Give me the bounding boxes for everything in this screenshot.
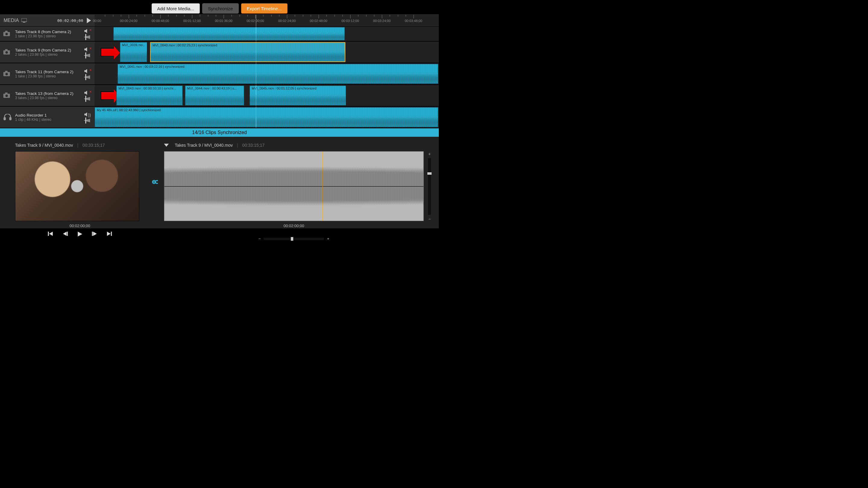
track-playhead[interactable] (256, 107, 256, 128)
track-title: Audio Recorder 1 (15, 113, 79, 118)
horizontal-zoom[interactable]: − + (164, 236, 424, 241)
video-preview[interactable] (15, 151, 139, 221)
waveform-detail[interactable]: + − (164, 151, 424, 221)
svg-marker-23 (63, 232, 67, 236)
step-fwd-button[interactable] (92, 231, 97, 238)
svg-rect-29 (111, 232, 112, 236)
detail-title: Takes Track 9 / MVI_0040.mov (175, 143, 233, 148)
transport-controls (15, 231, 145, 238)
hzoom-handle[interactable] (291, 237, 293, 241)
timeline-ruler[interactable]: 00;0000:00:24;0000:00:48;0000:01:12;0000… (95, 15, 439, 26)
svg-marker-13 (84, 69, 87, 73)
skip-fwd-button[interactable] (106, 231, 112, 238)
track-lane[interactable] (95, 27, 439, 41)
track-header[interactable]: Audio Recorder 11 clip | 48 KHz | stereo… (0, 107, 95, 128)
svg-marker-28 (107, 232, 111, 236)
media-panel-label: MEDIA (4, 18, 27, 23)
sync-status-bar: 14/16 Clips Synchronized (0, 128, 439, 137)
clip[interactable]: MVI_0045.mov | 00:01:12;05 | synchronize… (250, 86, 346, 105)
preview-playhead-tc: 00:02:00;00 (15, 224, 145, 228)
ruler-playhead[interactable] (256, 15, 256, 26)
clip[interactable]: My 45 48k.aif | 00:02:43.960 | synchroni… (95, 107, 438, 127)
track-subtitle: 2 takes | 23.98 fps | stereo (15, 53, 79, 57)
track-row: Takes Track 8 (from Camera 2)1 take | 23… (0, 27, 439, 41)
mute-icon[interactable]: ✕ (84, 47, 89, 53)
svg-rect-12 (5, 71, 7, 72)
svg-marker-27 (93, 232, 97, 236)
clip[interactable]: MVI_0044.mov | 00:00:43;19 | s... (185, 86, 244, 105)
current-timecode: 00:02:00;00 (57, 19, 83, 23)
skip-back-button[interactable] (48, 231, 53, 238)
speaker-icon[interactable]: )) (84, 112, 89, 118)
play-button[interactable] (77, 231, 83, 238)
track-row: Takes Track 11 (from Camera 2)1 take | 2… (0, 63, 439, 85)
svg-point-15 (5, 95, 8, 97)
volume-slider[interactable] (84, 75, 90, 79)
svg-point-11 (5, 73, 8, 75)
svg-point-3 (5, 33, 8, 35)
step-back-button[interactable] (62, 231, 68, 238)
clip[interactable]: MVI_0040.mov | 00:02:25;23 | synchronize… (150, 42, 345, 62)
track-subtitle: 1 clip | 48 KHz | stereo (15, 118, 79, 122)
track-title: Takes Track 9 (from Camera 2) (15, 48, 79, 53)
track-playhead[interactable] (256, 63, 256, 84)
zoom-in-v[interactable]: + (428, 152, 431, 156)
track-header[interactable]: Takes Track 9 (from Camera 2)2 takes | 2… (0, 41, 95, 63)
track-subtitle: 1 take | 23.98 fps | stereo (15, 74, 79, 78)
svg-rect-1 (23, 22, 25, 23)
track-lane[interactable]: My 45 48k.aif | 00:02:43.960 | synchroni… (95, 107, 439, 128)
track-header[interactable]: Takes Track 8 (from Camera 2)1 take | 23… (0, 27, 95, 41)
mute-icon[interactable]: ✕ (84, 69, 89, 74)
play-icon[interactable] (87, 18, 91, 23)
detail-playhead[interactable] (322, 152, 323, 221)
track-header[interactable]: Takes Track 11 (from Camera 2)1 take | 2… (0, 63, 95, 84)
lower-pane: Takes Track 9 / MVI_0040.mov | 00:33:15;… (0, 137, 439, 228)
svg-rect-24 (67, 232, 68, 236)
clip[interactable] (113, 27, 345, 40)
add-media-button[interactable]: Add More Media... (152, 3, 200, 13)
track-row: Takes Track 9 (from Camera 2)2 takes | 2… (0, 41, 439, 63)
track-title: Takes Track 13 (from Camera 2) (15, 91, 79, 96)
svg-rect-0 (22, 19, 27, 22)
export-timeline-button[interactable]: Export Timeline... (241, 3, 287, 13)
volume-slider[interactable] (84, 54, 90, 57)
zoom-out-v[interactable]: − (428, 217, 431, 221)
track-subtitle: 1 take | 23.98 fps | stereo (15, 34, 79, 38)
camera-icon (3, 48, 12, 56)
annotation-arrow-icon (101, 48, 115, 56)
svg-rect-16 (5, 93, 7, 94)
annotation-arrow-icon (101, 91, 115, 100)
zoom-out-h[interactable]: − (258, 236, 261, 241)
clip[interactable]: MVI_0043.mov | 00:00:50;10 | synchr... (116, 86, 183, 105)
mute-icon[interactable]: ✕ (84, 91, 89, 96)
track-lane[interactable]: MVI_0043.mov | 00:00:50;10 | synchr...MV… (95, 85, 439, 106)
svg-rect-18 (4, 118, 5, 120)
synchronize-button[interactable]: Synchronize (202, 3, 239, 13)
track-header[interactable]: Takes Track 13 (from Camera 2)3 takes | … (0, 85, 95, 106)
zoom-in-h[interactable]: + (327, 236, 330, 241)
media-header-bar: MEDIA 00:02:00;00 00;0000:00:24;0000:00:… (0, 14, 439, 27)
vzoom-handle[interactable] (427, 172, 432, 175)
clip[interactable]: MVI_0039.mo.. (120, 42, 147, 62)
track-subtitle: 3 takes | 23.98 fps | stereo (15, 96, 79, 100)
volume-slider[interactable] (84, 35, 90, 39)
volume-slider[interactable] (84, 119, 90, 122)
svg-rect-4 (5, 31, 7, 32)
track-row: Takes Track 13 (from Camera 2)3 takes | … (0, 85, 439, 107)
tracks-area: Takes Track 8 (from Camera 2)1 take | 23… (0, 27, 439, 128)
collapse-icon[interactable] (164, 144, 169, 147)
svg-rect-26 (92, 232, 93, 236)
vertical-zoom[interactable]: + − (427, 152, 433, 221)
track-lane[interactable]: MVI_0039.mo..MVI_0040.mov | 00:02:25;23 … (95, 41, 439, 63)
mute-icon[interactable]: ✕ (84, 29, 89, 34)
volume-slider[interactable] (84, 97, 90, 101)
track-playhead[interactable] (256, 41, 256, 63)
track-lane[interactable]: MVI_0041.mov | 00:03:02;16 | synchronize… (95, 63, 439, 84)
track-playhead[interactable] (256, 27, 256, 41)
link-icon[interactable] (150, 179, 158, 186)
track-playhead[interactable] (256, 85, 256, 106)
clip[interactable]: MVI_0041.mov | 00:03:02;16 | synchronize… (118, 64, 438, 84)
track-title: Takes Track 11 (from Camera 2) (15, 70, 79, 74)
svg-marker-17 (84, 91, 87, 95)
svg-rect-21 (48, 232, 49, 236)
